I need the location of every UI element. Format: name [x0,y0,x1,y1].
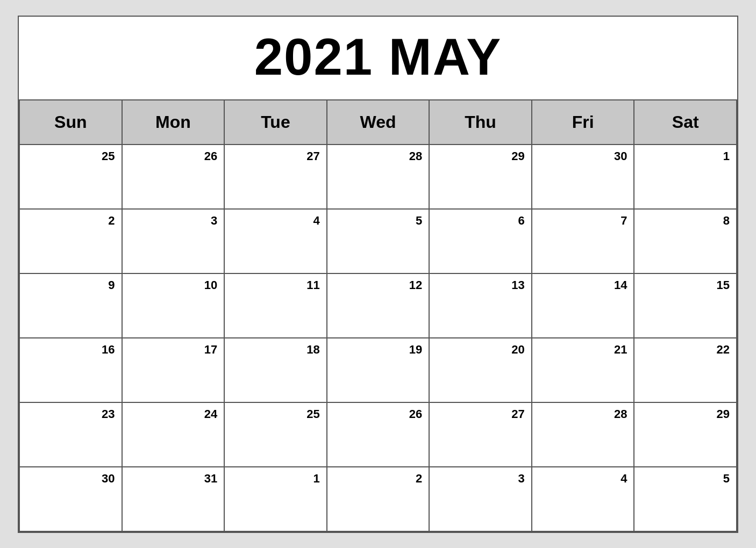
day-number: 12 [409,278,422,292]
day-cell[interactable]: 9 [20,274,123,338]
day-cell[interactable]: 17 [123,338,225,403]
header-thu: Thu [430,100,532,145]
header-wed: Wed [327,100,430,145]
day-cell[interactable]: 1 [634,145,737,210]
day-number: 3 [211,214,217,228]
day-number: 25 [306,407,319,421]
day-cell[interactable]: 29 [634,403,737,467]
day-number: 2 [416,472,422,486]
day-number: 2 [108,214,115,228]
day-number: 26 [204,149,217,163]
day-number: 4 [313,214,319,228]
day-number: 25 [102,149,115,163]
day-number: 28 [614,407,627,421]
day-cell[interactable]: 2 [20,210,123,274]
day-cell[interactable]: 25 [225,403,327,467]
day-number: 1 [313,472,319,486]
day-number: 29 [511,149,524,163]
day-number: 28 [409,149,422,163]
day-cell[interactable]: 7 [532,210,635,274]
day-cell[interactable]: 1 [225,467,327,532]
day-cell[interactable]: 31 [123,467,225,532]
day-number: 16 [102,343,115,357]
day-cell[interactable]: 13 [430,274,532,338]
day-cell[interactable]: 26 [327,403,430,467]
day-number: 6 [518,214,525,228]
day-number: 13 [511,278,524,292]
day-number: 21 [614,343,627,357]
day-cell[interactable]: 16 [20,338,123,403]
day-cell[interactable]: 5 [634,467,737,532]
day-number: 30 [614,149,627,163]
day-number: 15 [717,278,730,292]
calendar-grid: Sun Mon Tue Wed Thu Fri Sat 252627282930… [19,100,737,532]
day-number: 4 [621,472,627,486]
day-number: 23 [102,407,115,421]
day-number: 5 [723,472,730,486]
day-cell[interactable]: 3 [123,210,225,274]
day-cell[interactable]: 30 [20,467,123,532]
day-cell[interactable]: 12 [327,274,430,338]
day-cell[interactable]: 14 [532,274,635,338]
day-cell[interactable]: 20 [430,338,532,403]
day-cell[interactable]: 29 [430,145,532,210]
day-cell[interactable]: 4 [225,210,327,274]
day-number: 22 [717,343,730,357]
day-cell[interactable]: 18 [225,338,327,403]
day-cell[interactable]: 6 [430,210,532,274]
day-cell[interactable]: 11 [225,274,327,338]
day-cell[interactable]: 24 [123,403,225,467]
header-sat: Sat [634,100,737,145]
day-number: 10 [204,278,217,292]
header-tue: Tue [225,100,327,145]
day-number: 14 [614,278,627,292]
day-number: 18 [306,343,319,357]
day-number: 3 [518,472,525,486]
day-cell[interactable]: 19 [327,338,430,403]
day-cell[interactable]: 22 [634,338,737,403]
day-cell[interactable]: 21 [532,338,635,403]
day-cell[interactable]: 25 [20,145,123,210]
day-number: 26 [409,407,422,421]
day-number: 27 [511,407,524,421]
calendar-title: 2021 MAY [19,17,737,100]
day-cell[interactable]: 8 [634,210,737,274]
day-cell[interactable]: 4 [532,467,635,532]
day-number: 9 [108,278,115,292]
day-cell[interactable]: 30 [532,145,635,210]
day-cell[interactable]: 15 [634,274,737,338]
day-cell[interactable]: 26 [123,145,225,210]
day-number: 8 [723,214,730,228]
day-cell[interactable]: 27 [225,145,327,210]
day-number: 30 [102,472,115,486]
day-number: 1 [723,149,730,163]
day-number: 17 [204,343,217,357]
day-number: 7 [621,214,627,228]
calendar: 2021 MAY Sun Mon Tue Wed Thu Fri Sat 252… [18,16,738,533]
day-number: 31 [204,472,217,486]
day-number: 20 [511,343,524,357]
header-sun: Sun [20,100,123,145]
day-number: 29 [717,407,730,421]
day-cell[interactable]: 5 [327,210,430,274]
day-cell[interactable]: 10 [123,274,225,338]
day-number: 27 [306,149,319,163]
day-number: 19 [409,343,422,357]
day-cell[interactable]: 2 [327,467,430,532]
day-cell[interactable]: 28 [327,145,430,210]
header-fri: Fri [532,100,635,145]
day-cell[interactable]: 27 [430,403,532,467]
day-cell[interactable]: 28 [532,403,635,467]
day-number: 5 [416,214,422,228]
day-cell[interactable]: 3 [430,467,532,532]
day-cell[interactable]: 23 [20,403,123,467]
day-number: 11 [306,278,319,292]
header-mon: Mon [123,100,225,145]
day-number: 24 [204,407,217,421]
